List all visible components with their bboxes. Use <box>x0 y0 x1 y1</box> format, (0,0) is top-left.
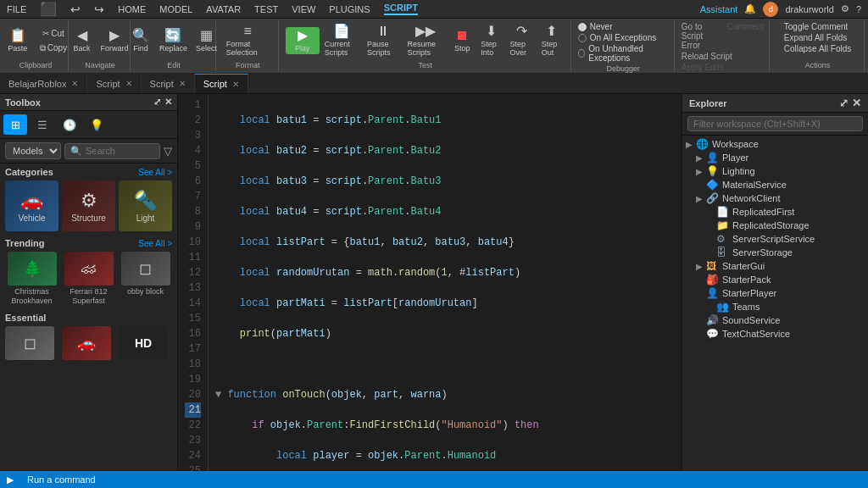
step-out-button[interactable]: ⬆ Step Out <box>538 23 565 58</box>
tree-item-textchatservice[interactable]: 💬 TextChatService <box>682 327 868 341</box>
tree-item-soundservice[interactable]: 🔊 SoundService <box>682 313 868 327</box>
code-content[interactable]: local batu1 = script.Parent.Batu1 local … <box>209 94 682 471</box>
ribbon: 📋 Paste ✂ Cut ⧉ Copy Clipboard <box>0 19 868 74</box>
trending-see-all[interactable]: See All > <box>138 239 172 248</box>
filter-icon[interactable]: ▽ <box>164 145 172 158</box>
menu-model[interactable]: MODEL <box>159 4 192 14</box>
essential-item-2[interactable]: HD <box>119 326 168 360</box>
menu-plugins[interactable]: PLUGINS <box>329 4 370 14</box>
toggle-comment-btn[interactable]: Toggle Comment <box>784 22 849 31</box>
expand-folds-btn[interactable]: Expand All Folds <box>784 33 848 42</box>
assistant-btn[interactable]: Assistant <box>700 4 738 14</box>
essential-item-1[interactable]: 🚗 <box>62 326 111 360</box>
tree-item-starterplayer[interactable]: 👤 StarterPlayer <box>682 286 868 300</box>
goto-script-error[interactable]: Go to Script Error Comment <box>682 22 764 50</box>
bell-icon[interactable]: 🔔 <box>744 3 756 14</box>
script-tab-3[interactable]: Script ✕ <box>195 74 248 93</box>
script-tab-1[interactable]: Script ✕ <box>87 74 141 93</box>
tree-item-teams[interactable]: 👥 Teams <box>682 300 868 313</box>
never-option[interactable]: Never <box>578 22 613 31</box>
tree-item-player[interactable]: ▶ 👤 Player <box>682 151 868 164</box>
unhandled-radio[interactable] <box>578 49 586 58</box>
collapse-folds-btn[interactable]: Collapse All Folds <box>784 44 851 53</box>
step-over-button[interactable]: ↷ Step Over <box>507 23 537 58</box>
undo-btn[interactable]: ↩ <box>70 3 81 16</box>
tree-item-startergui[interactable]: ▶ 🖼 StarterGui <box>682 259 868 273</box>
cut-icon: ✂ <box>42 29 49 38</box>
reload-script[interactable]: Reload Script <box>682 52 732 61</box>
categories-see-all[interactable]: See All > <box>138 168 172 177</box>
toolbox-expand-icon[interactable]: ⤢ <box>153 97 161 108</box>
toolbox-tab-light[interactable]: 💡 <box>85 114 108 135</box>
toolbox-tab-recent[interactable]: 🕒 <box>58 114 81 135</box>
replace-icon: 🔄 <box>164 29 181 42</box>
find-button[interactable]: 🔍 Find <box>127 27 154 54</box>
tree-item-starterpack[interactable]: 🎒 StarterPack <box>682 273 868 286</box>
settings-icon[interactable]: ⚙ <box>841 3 849 14</box>
trending-name-0: ChristmasBrookhaven <box>11 287 52 306</box>
never-radio[interactable] <box>578 23 587 31</box>
trending-item-0[interactable]: 🌲 ChristmasBrookhaven <box>5 252 58 306</box>
resume-button[interactable]: ▶▶ Resume Scripts <box>404 23 448 58</box>
script-tab-2[interactable]: Script ✕ <box>142 74 195 93</box>
tab-close-0[interactable]: ✕ <box>71 79 78 88</box>
menu-file[interactable]: FILE <box>7 4 26 14</box>
all-exceptions-radio[interactable] <box>578 34 587 42</box>
tree-item-replicatedstorage[interactable]: 📁 ReplicatedStorage <box>682 219 868 232</box>
menu-view[interactable]: VIEW <box>292 4 315 14</box>
copy-button[interactable]: ⧉ Copy <box>36 42 70 55</box>
category-light[interactable]: 🔦 Light <box>119 180 172 231</box>
explorer-filter-input[interactable] <box>687 116 863 131</box>
run-command-label[interactable]: Run a command <box>27 474 96 485</box>
code-line-10: ▼ function onTouch(objek, part, warna) <box>215 387 675 402</box>
trending-item-1[interactable]: 🏎 Ferrari 812Superfast <box>62 252 115 306</box>
tree-item-networkclient[interactable]: ▶ 🔗 NetworkClient <box>682 191 868 205</box>
toolbox-tab-list[interactable]: ☰ <box>31 114 54 135</box>
cut-button[interactable]: ✂ Cut <box>36 27 70 40</box>
category-structure[interactable]: ⚙ Structure <box>62 180 115 231</box>
unhandled-option[interactable]: On Unhandled Exceptions <box>578 44 669 63</box>
tab-close-1[interactable]: ✕ <box>125 79 132 88</box>
copy-icon: ⧉ <box>40 43 46 53</box>
play-button[interactable]: ▶ Play <box>286 27 320 54</box>
toolbox-panel: Toolbox ⤢ ✕ ⊞ ☰ 🕒 💡 Models 🔍 ▽ Categori <box>0 94 178 471</box>
apply-edits[interactable]: Apply Edits <box>682 63 724 72</box>
trending-item-2[interactable]: ◻ obby block <box>119 252 172 306</box>
help-icon[interactable]: ? <box>856 4 861 14</box>
avatar[interactable]: d <box>763 2 778 17</box>
category-vehicle[interactable]: 🚗 Vehicle <box>5 180 58 231</box>
menu-home[interactable]: HOME <box>118 4 146 14</box>
paste-button[interactable]: 📋 Paste <box>1 27 35 54</box>
tree-item-replicatedfirst[interactable]: 📄 ReplicatedFirst <box>682 205 868 219</box>
tab-close-2[interactable]: ✕ <box>179 79 186 88</box>
stop-button[interactable]: ⏹ Stop <box>448 27 476 54</box>
replace-button[interactable]: 🔄 Replace <box>156 27 191 54</box>
back-button[interactable]: ◀ Back <box>69 27 96 54</box>
explorer-close-icon[interactable]: ✕ <box>852 97 861 109</box>
menu-test[interactable]: TEST <box>254 4 278 14</box>
models-dropdown[interactable]: Models <box>5 142 61 159</box>
redo-btn[interactable]: ↪ <box>94 3 104 16</box>
current-scripts-button[interactable]: 📄 Current Scripts <box>321 23 362 58</box>
toolbox-tab-grid[interactable]: ⊞ <box>3 114 27 135</box>
essential-item-0[interactable]: ◻ <box>5 326 54 360</box>
code-area[interactable]: 1 2 3 4 5 6 7 8 9 10 11 12 13 14 15 16 1… <box>178 94 682 471</box>
script-tab-0[interactable]: BelajarRoblox ✕ <box>0 74 87 93</box>
toolbox-close-icon[interactable]: ✕ <box>164 97 172 108</box>
tree-item-serverstorage[interactable]: 🗄 ServerStorage <box>682 246 868 259</box>
trending-header: Trending See All > <box>5 238 172 248</box>
menu-script[interactable]: SCRIPT <box>384 3 418 15</box>
search-input[interactable] <box>86 146 154 156</box>
step-into-button[interactable]: ⬇ Step Into <box>477 23 504 58</box>
select-button[interactable]: ▦ Select <box>192 27 220 54</box>
tree-item-materialservice[interactable]: 🔷 MaterialService <box>682 178 868 191</box>
format-button[interactable]: ≡ Format Selection <box>223 23 273 58</box>
tree-item-lighting[interactable]: ▶ 💡 Lighting <box>682 164 868 178</box>
tree-item-serverscriptservice[interactable]: ⚙ ServerScriptService <box>682 232 868 246</box>
all-exceptions-option[interactable]: On All Exceptions <box>578 33 656 42</box>
tab-close-3[interactable]: ✕ <box>232 80 239 89</box>
explorer-expand-icon[interactable]: ⤢ <box>839 97 849 109</box>
menu-avatar[interactable]: AVATAR <box>206 4 241 14</box>
pause-button[interactable]: ⏸ Pause Scripts <box>364 23 402 58</box>
tree-item-workspace[interactable]: ▶ 🌐 Workspace <box>682 137 868 151</box>
